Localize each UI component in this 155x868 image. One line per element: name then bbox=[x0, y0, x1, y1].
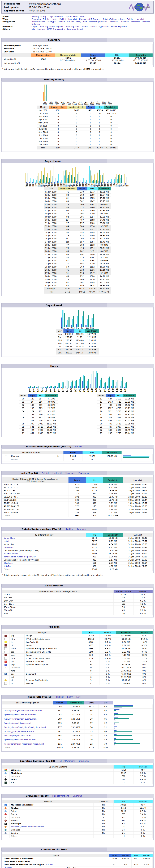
menu-link-versions[interactable]: Versions bbox=[142, 21, 150, 23]
chart-bar bbox=[30, 386, 31, 388]
menu-link-last-visit[interactable]: Last visit bbox=[68, 18, 77, 20]
menu-link-search-keywords[interactable]: Search Keywords bbox=[111, 26, 127, 28]
menu-link-search-keyphrases[interactable]: Search Keyphrases bbox=[90, 26, 109, 28]
h-bar bbox=[114, 727, 130, 727]
menu-link-pages-not-found[interactable]: Pages not found bbox=[67, 28, 83, 30]
chart-bar bbox=[119, 174, 120, 183]
menu-link-days-of-week[interactable]: Days of week bbox=[65, 16, 78, 18]
link--activity-listings-narr-events-shtml[interactable]: /activity_listings/narr_events.shtml bbox=[4, 718, 37, 720]
file-desc: HTML or XML static page bbox=[25, 638, 82, 641]
menu-link-unknown[interactable]: Unknown bbox=[32, 23, 40, 25]
link--activity-listings-calendar-calendar-html[interactable]: /activity_listings/calendar/calendar.htm… bbox=[4, 710, 42, 712]
awstats-page: Statistics for: www.amcnarragansett.org … bbox=[0, 0, 155, 868]
link-full-list[interactable]: Full list bbox=[42, 472, 49, 474]
table-row: ≡txtText file40 %3.46 KB0 % bbox=[2, 682, 153, 685]
link--gazette-current-issues-html[interactable]: /gazette/current_issues.html bbox=[4, 722, 31, 724]
link--our-chapter-join-amc-shtml[interactable]: /our_chapter/join_amc.shtml bbox=[4, 735, 31, 737]
menu-link-monthly-history[interactable]: Monthly history bbox=[32, 16, 46, 18]
chart-bar bbox=[120, 178, 121, 183]
menu-link-miscellaneous[interactable]: Miscellaneous bbox=[32, 28, 45, 30]
link-entry[interactable]: Entry bbox=[67, 696, 73, 698]
link-msnbot-media[interactable]: MSNBot-media bbox=[4, 553, 18, 555]
link-full-list-versions[interactable]: Full list/Versions bbox=[59, 760, 75, 762]
link-google[interactable]: Google bbox=[5, 867, 64, 868]
link--[interactable]: / bbox=[4, 705, 4, 708]
menu-link-unresolved-ip-address[interactable]: Unresolved IP Address bbox=[79, 18, 101, 20]
menu-link-exit[interactable]: Exit bbox=[83, 21, 87, 23]
cell: 86 bbox=[28, 401, 37, 404]
menu-link-hosts[interactable]: Hosts bbox=[52, 18, 57, 20]
column-header: Number of visits bbox=[58, 187, 77, 190]
menu-link-viewed[interactable]: Viewed bbox=[58, 21, 65, 23]
menu-link-http-status-codes[interactable]: HTTP Status codes bbox=[47, 28, 65, 30]
table-row: 64.223.7.34299121618.08 MB30 Jan 2008 - … bbox=[2, 489, 153, 492]
link-yahoo-slurp[interactable]: Yahoo Slurp bbox=[4, 537, 15, 539]
column-header: Percent bbox=[136, 631, 153, 634]
menu-link-referring-sites[interactable]: Referring sites bbox=[66, 26, 79, 28]
cell: 18 Jan 2008 bbox=[44, 244, 58, 247]
chart-bar bbox=[64, 382, 64, 388]
menu-link-days-of-month[interactable]: Days of month bbox=[48, 16, 63, 18]
chart-label: Aug2008 bbox=[84, 101, 88, 105]
link-full-list-versions[interactable]: Full list/Versions bbox=[52, 795, 69, 797]
mozilla-browser-icon: M bbox=[4, 819, 7, 822]
menu-link-full-list[interactable]: Full list bbox=[43, 18, 49, 20]
link--gazette-gazette-dec-jan-08-html[interactable]: /gazette/gazette_dec-jan-08.html bbox=[4, 714, 36, 716]
table-row: gifImage30876.2 %2.68 MB0.5 % bbox=[2, 644, 153, 647]
cell: 49674 bbox=[82, 454, 102, 458]
menu-link-entry[interactable]: Entry bbox=[76, 21, 81, 23]
cell: 4 bbox=[67, 112, 86, 115]
chart-label: 0 bbox=[29, 388, 30, 390]
link-googlebot[interactable]: Googlebot bbox=[4, 546, 14, 549]
link-bloglines[interactable]: Bloglines bbox=[4, 562, 12, 564]
menu-link-browsers[interactable]: Browsers bbox=[131, 21, 140, 23]
chart-group: Sun bbox=[90, 310, 94, 329]
menu-link-full-list[interactable]: Full list bbox=[67, 21, 74, 23]
menu-link-unknown[interactable]: Unknown bbox=[120, 21, 129, 23]
link--photo-albums-local-hikes-local-hikes-shtml[interactable]: /photo_albums/local_hikes/local_hikes.sh… bbox=[4, 726, 46, 728]
link-full-list[interactable]: Full list bbox=[56, 696, 64, 698]
cell: 00 bbox=[19, 397, 28, 401]
menu-link-referring-search-engines[interactable]: Referring search engines bbox=[40, 26, 63, 28]
chart-bar bbox=[88, 101, 88, 101]
icon-cell: O bbox=[2, 813, 9, 816]
chart-bar bbox=[52, 176, 53, 183]
link-msnbot[interactable]: MSNBot bbox=[4, 565, 11, 567]
link-unresolved-ip-address[interactable]: Unresolved IP Address bbox=[66, 472, 89, 474]
cell: 18 bbox=[84, 734, 99, 738]
cell: 256 bbox=[37, 401, 45, 404]
link-unknown[interactable]: Unknown bbox=[79, 760, 89, 762]
menu-link-origin[interactable]: Origin bbox=[32, 26, 37, 28]
menu-link-visits-duration[interactable]: Visits duration bbox=[32, 21, 45, 23]
link-psbot[interactable]: psbot bbox=[4, 540, 9, 542]
table-row: 08390203915.61 MB bbox=[19, 422, 58, 426]
link-full-list[interactable]: Full list bbox=[75, 445, 82, 448]
menu-link-last-visit[interactable]: Last visit bbox=[135, 18, 144, 20]
link-last-visit[interactable]: Last visit bbox=[52, 472, 62, 474]
menu-link-operating-systems[interactable]: Operating Systems bbox=[89, 21, 107, 23]
pages-table: 1955 different pages-urlViewedAverage si… bbox=[2, 701, 153, 749]
menu-link-countries[interactable]: Countries bbox=[32, 18, 41, 20]
menu-link-search[interactable]: Search bbox=[82, 26, 88, 28]
chart-bar bbox=[121, 175, 122, 183]
link-full-list[interactable]: Full list bbox=[46, 864, 52, 866]
file-ext: mht bbox=[9, 670, 25, 673]
link--activity-listings-message-shtml[interactable]: /activity_listings/message.shtml bbox=[4, 730, 34, 733]
table-row: ≡htmHTML or XML static page2160.4 %5.52 … bbox=[2, 657, 153, 660]
menu-link-full-list[interactable]: Full list bbox=[127, 18, 133, 20]
link--gazette-gazette-feb-mar-08-html[interactable]: /gazette/gazette_feb-mar-08.html bbox=[4, 739, 36, 741]
menu-link-full-list[interactable]: Full list bbox=[60, 18, 66, 20]
menu-link-robots-spiders-visitors[interactable]: Robots/Spiders visitors bbox=[103, 18, 124, 20]
menu-link-versions[interactable]: Versions bbox=[110, 21, 118, 23]
link-last-visit[interactable]: Last visit bbox=[77, 528, 86, 530]
link-unknown[interactable]: Unknown bbox=[73, 795, 82, 797]
link-exit[interactable]: Exit bbox=[76, 696, 80, 698]
link-full-list[interactable]: Full list bbox=[66, 528, 73, 530]
menu-link-hours[interactable]: Hours bbox=[80, 16, 85, 18]
link-bonecho-firefox-2-0-development-[interactable]: BonEcho (Firefox 2.0 development) bbox=[11, 826, 44, 828]
link--recreational-local-hikes-local-hikes-shtml[interactable]: /recreational/local_hikes/local_hikes.sh… bbox=[4, 743, 44, 745]
chart-bar bbox=[68, 178, 68, 183]
cell bbox=[120, 860, 131, 863]
menu-link-file-type[interactable]: File type bbox=[47, 21, 55, 23]
link-yahooseeker-yahoo-blog-crawler[interactable]: YahooSeeker Yahoo! Blog crawler bbox=[4, 556, 35, 558]
